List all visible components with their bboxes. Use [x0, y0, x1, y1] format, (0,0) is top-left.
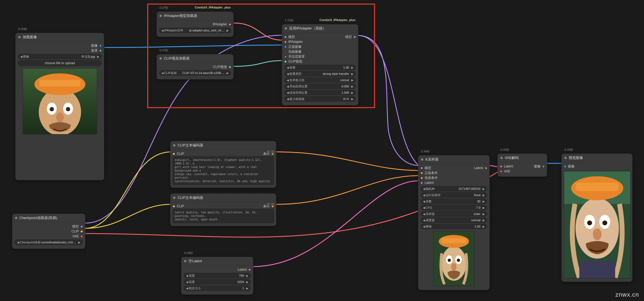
node-header[interactable]: CLIP视觉加载器 — [157, 54, 233, 63]
widget-weight[interactable]: ◀权重1.00▶ — [284, 65, 356, 70]
collapse-dot-icon[interactable] — [173, 144, 175, 146]
arrow-left-icon[interactable]: ◀ — [286, 98, 289, 101]
port-ipadapter-in[interactable] — [284, 41, 287, 43]
collapse-dot-icon[interactable] — [500, 157, 503, 159]
arrow-right-icon[interactable]: ▶ — [351, 98, 354, 101]
node-clip-text-encode-neg[interactable]: CLIP文本编码器 CLIP 条件 (worst quality, low qu… — [170, 193, 276, 226]
node-ksampler[interactable]: 5.96秒 K采样器 模型 Latent 正面条件 负面条件 Latent ◀随… — [418, 155, 490, 290]
widget-weight-type[interactable]: ◀权重类型strong style transfer▶ — [284, 71, 356, 76]
collapse-dot-icon[interactable] — [159, 57, 162, 60]
node-header[interactable]: 预览图像 — [562, 154, 632, 162]
prompt-textarea[interactable]: xxmixgirl, (masterpiece:1.0), (highest q… — [173, 156, 274, 185]
port-pos-cond-in[interactable] — [420, 172, 423, 174]
arrow-right-icon[interactable]: ▶ — [246, 281, 249, 284]
port-pos-image-in[interactable] — [284, 46, 287, 48]
node-header[interactable]: VAE解码 — [498, 154, 547, 162]
arrow-right-icon[interactable]: ▶ — [482, 200, 485, 203]
widget-start-at[interactable]: ◀开始应用位置0.000▶ — [284, 84, 356, 89]
arrow-right-icon[interactable]: ▶ — [482, 219, 485, 222]
widget-clip-name[interactable]: ◀ CLIP名称 CLIP-ViT-H-14-laion2B-s32B-... … — [159, 70, 231, 76]
arrow-left-icon[interactable]: ◀ — [286, 91, 289, 94]
arrow-left-icon[interactable]: ◀ — [286, 85, 289, 88]
node-header[interactable]: CLIP文本编码器 — [170, 194, 276, 202]
port-latent-out[interactable] — [485, 167, 487, 169]
port-clipvision-out[interactable] — [229, 66, 231, 68]
widget-scheduler[interactable]: ◀调度器normal▶ — [420, 217, 487, 223]
node-ipadapter-loader[interactable]: 0.07秒 ComfyUI_IPAdapter_plus IPAdapter模型… — [156, 11, 234, 37]
collapse-dot-icon[interactable] — [285, 27, 287, 29]
arrow-left-icon[interactable]: ◀ — [161, 29, 164, 32]
arrow-right-icon[interactable]: ▶ — [226, 72, 229, 75]
collapse-dot-icon[interactable] — [159, 15, 162, 17]
port-neg-cond-in[interactable] — [420, 177, 423, 179]
collapse-dot-icon[interactable] — [173, 197, 175, 199]
port-vae-in[interactable] — [500, 170, 502, 173]
node-header[interactable]: CLIP文本编码器 — [170, 141, 276, 150]
node-checkpoint-loader[interactable]: Checkpoint加载器(简易) 模型 CLIP VAE ◀ Checkpoi… — [12, 214, 85, 249]
node-load-image[interactable]: 0.00秒 加载图像 图像 遮罩 ◀ 图像 R (13).jpg ▶ choos… — [15, 33, 104, 180]
arrow-left-icon[interactable]: ◀ — [422, 187, 426, 190]
port-model-in[interactable] — [284, 36, 287, 38]
node-header[interactable]: 空Latent — [181, 257, 253, 265]
collapse-dot-icon[interactable] — [421, 158, 423, 161]
arrow-right-icon[interactable]: ▶ — [482, 194, 485, 197]
arrow-right-icon[interactable]: ▶ — [482, 206, 485, 209]
arrow-left-icon[interactable]: ◀ — [185, 281, 189, 284]
port-vae-out[interactable] — [80, 235, 83, 238]
port-image-in[interactable] — [564, 165, 566, 168]
widget-width[interactable]: ◀宽度768▶ — [184, 273, 251, 278]
port-neg-image-in[interactable] — [284, 51, 287, 53]
arrow-right-icon[interactable]: ▶ — [246, 287, 249, 290]
arrow-right-icon[interactable]: ▶ — [246, 274, 249, 277]
arrow-left-icon[interactable]: ◀ — [422, 225, 426, 228]
port-latent-in[interactable] — [420, 182, 423, 184]
arrow-left-icon[interactable]: ◀ — [161, 72, 164, 75]
widget-end-at[interactable]: ◀结束应用位置1.000▶ — [284, 90, 356, 95]
node-header[interactable]: Checkpoint加载器(简易) — [12, 214, 85, 222]
widget-steps[interactable]: ◀步数30▶ — [420, 199, 487, 204]
node-header[interactable]: 应用IPAdapter（高级） — [282, 24, 358, 33]
widget-batch[interactable]: ◀批次大小1▶ — [184, 285, 251, 291]
node-apply-ipadapter-advanced[interactable]: 1.31秒 ComfyUI_IPAdapter_plus 应用IPAdapter… — [282, 24, 358, 105]
arrow-left-icon[interactable]: ◀ — [20, 55, 23, 58]
node-preview-image[interactable]: 0.28秒 预览图像 图像 — [561, 154, 633, 282]
widget-seed[interactable]: ◀随机种3171497180233▶ — [420, 186, 487, 191]
arrow-right-icon[interactable]: ▶ — [226, 29, 229, 32]
arrow-left-icon[interactable]: ◀ — [185, 287, 189, 290]
history-icon[interactable] — [267, 150, 270, 154]
mute-icon[interactable] — [271, 150, 274, 154]
arrow-left-icon[interactable]: ◀ — [286, 66, 289, 69]
arrow-right-icon[interactable]: ▶ — [351, 91, 354, 94]
node-empty-latent[interactable]: 0.00秒 空Latent Latent ◀宽度768▶ ◀高度1024▶ ◀批… — [181, 257, 253, 295]
arrow-right-icon[interactable]: ▶ — [78, 241, 81, 244]
widget-embeds-scaling[interactable]: ◀嵌入组缩放K+V▶ — [284, 96, 356, 102]
port-latent-in[interactable] — [500, 165, 502, 168]
mute-icon[interactable] — [271, 203, 274, 206]
arrow-left-icon[interactable]: ◀ — [422, 194, 426, 197]
port-clip-in[interactable] — [173, 153, 175, 155]
arrow-right-icon[interactable]: ▶ — [482, 225, 485, 228]
widget-checkpoint-name[interactable]: ◀ Checkpoint名称 xxmix9realisticsdxl_v10..… — [14, 240, 83, 245]
arrow-left-icon[interactable]: ◀ — [286, 72, 289, 75]
widget-cfg[interactable]: ◀CFG7.0▶ — [420, 205, 487, 210]
port-image-out[interactable] — [99, 45, 102, 47]
arrow-left-icon[interactable]: ◀ — [422, 200, 426, 203]
port-image-out[interactable] — [542, 165, 545, 168]
arrow-left-icon[interactable]: ◀ — [185, 274, 189, 277]
port-model-in[interactable] — [420, 167, 423, 169]
collapse-dot-icon[interactable] — [15, 217, 17, 219]
prompt-textarea[interactable]: (worst quality, low quality, illustratio… — [173, 209, 274, 223]
arrow-right-icon[interactable]: ▶ — [351, 85, 354, 88]
node-clip-vision-loader[interactable]: 0.47秒 CLIP视觉加载器 CLIP视觉 ◀ CLIP名称 CLIP-ViT… — [156, 54, 234, 79]
port-clip-out[interactable] — [80, 230, 83, 233]
node-header[interactable]: K采样器 — [418, 155, 489, 164]
widget-denoise[interactable]: ◀降噪1.00▶ — [420, 224, 487, 229]
widget-seed-mode[interactable]: ◀运行后操作fixed▶ — [420, 192, 487, 198]
arrow-left-icon[interactable]: ◀ — [286, 79, 289, 82]
port-mask-out[interactable] — [99, 49, 102, 52]
node-header[interactable]: 加载图像 — [16, 33, 104, 42]
history-icon[interactable] — [267, 203, 270, 206]
arrow-right-icon[interactable]: ▶ — [482, 213, 485, 216]
port-ipadapter-out[interactable] — [229, 23, 231, 26]
widget-height[interactable]: ◀高度1024▶ — [184, 279, 251, 285]
